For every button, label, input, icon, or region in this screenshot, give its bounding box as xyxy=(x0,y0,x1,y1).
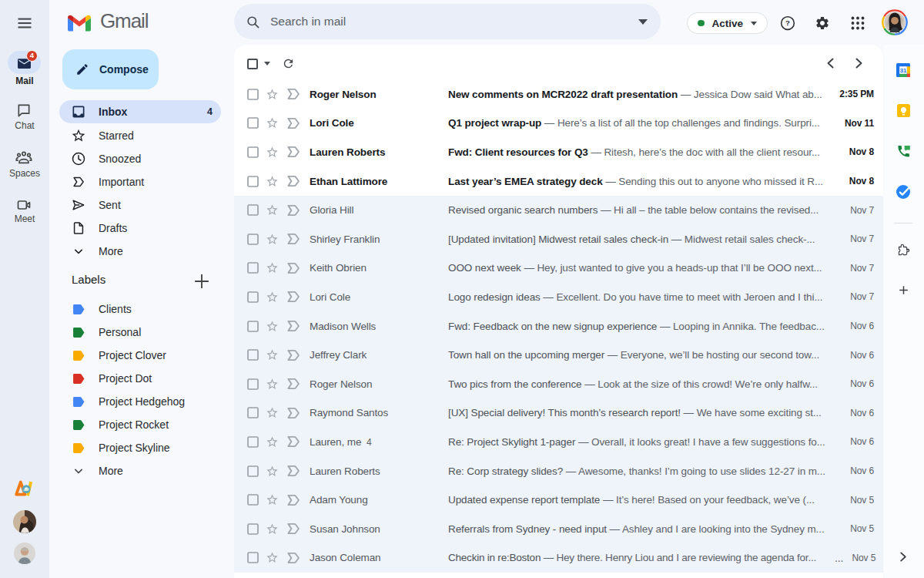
svg-text:31: 31 xyxy=(900,67,907,74)
svg-text:?: ? xyxy=(785,18,790,27)
